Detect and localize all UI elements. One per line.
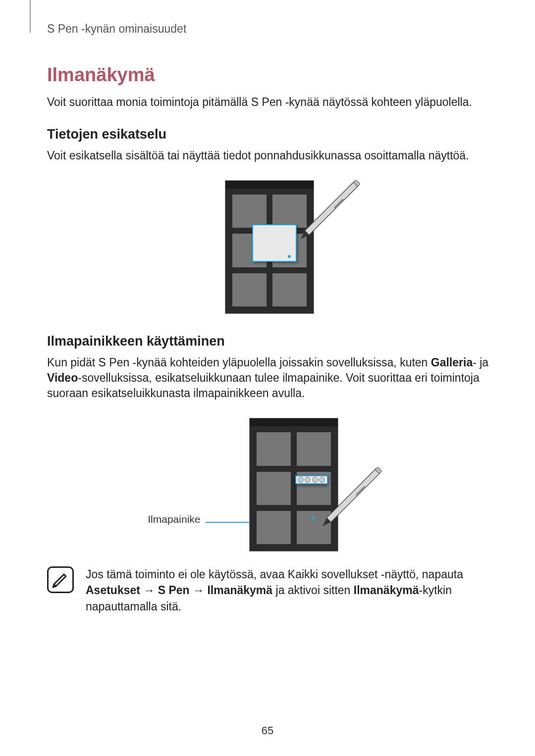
page-title: Ilmanäkymä — [47, 64, 491, 86]
s-pen-icon — [307, 463, 386, 542]
svg-rect-4 — [326, 469, 379, 522]
subheading-preview: Tietojen esikatselu — [47, 127, 491, 142]
note-text: Jos tämä toiminto ei ole käytössä, avaa … — [86, 566, 491, 614]
figure-label-airbutton: Ilmapainike — [148, 513, 200, 525]
figure-airbutton: Ilmapainike — [47, 418, 491, 552]
subheading-airbutton: Ilmapainikkeen käyttäminen — [47, 334, 491, 349]
preview-paragraph: Voit esikatsella sisältöä tai näyttää ti… — [47, 148, 491, 163]
note-icon — [47, 566, 74, 593]
header-tab-rule — [30, 0, 31, 33]
svg-rect-0 — [305, 182, 358, 235]
figure-preview — [47, 180, 491, 314]
s-pen-icon — [285, 176, 364, 255]
intro-paragraph: Voit suorittaa monia toimintoja pitämäll… — [47, 95, 491, 110]
note-callout: Jos tämä toiminto ei ole käytössä, avaa … — [47, 566, 491, 614]
page-number: 65 — [0, 724, 535, 737]
leader-line — [206, 522, 250, 523]
running-header: S Pen -kynän ominaisuudet — [47, 22, 491, 36]
airbutton-paragraph: Kun pidät S Pen -kynää kohteiden yläpuol… — [47, 355, 491, 401]
phone-mockup — [225, 180, 314, 314]
phone-mockup-2 — [249, 418, 338, 552]
